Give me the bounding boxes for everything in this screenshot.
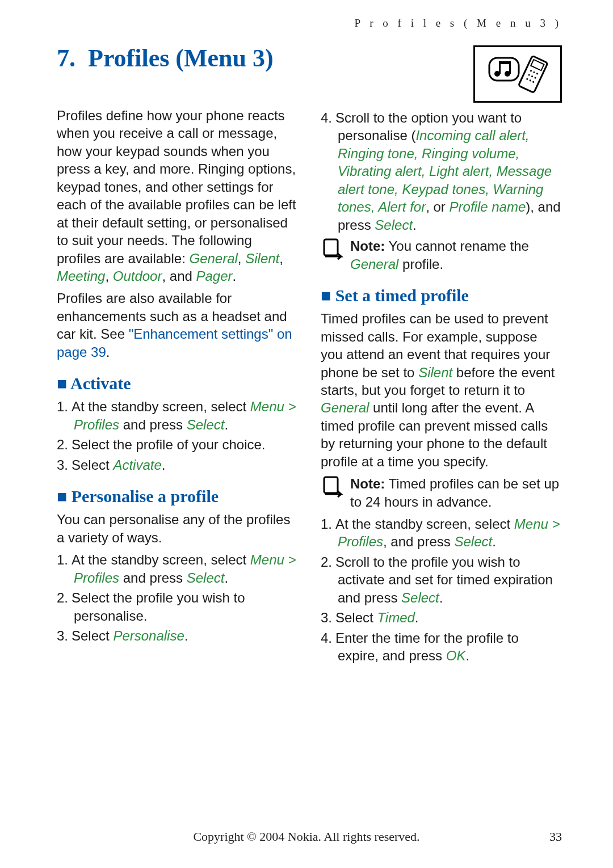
activate-heading: Activate [57, 372, 298, 394]
list-item: 1.At the standby screen, select Menu > P… [74, 398, 298, 433]
personalise-steps-cont: 4.Scroll to the option you want to perso… [321, 109, 562, 234]
timed-intro: Timed profiles can be used to prevent mi… [321, 310, 562, 470]
note-1: Note: You cannot rename the General prof… [321, 237, 562, 273]
profiles-icon [473, 45, 562, 103]
svg-rect-17 [324, 239, 338, 255]
personalise-steps: 1.At the standby screen, select Menu > P… [57, 551, 298, 644]
list-item: 3.Select Personalise. [74, 627, 298, 644]
personalise-intro: You can personalise any of the profiles … [57, 511, 298, 546]
right-column: 4.Scroll to the option you want to perso… [321, 107, 562, 668]
personalise-heading: Personalise a profile [57, 485, 298, 507]
copyright-footer: Copyright © 2004 Nokia. All rights reser… [0, 829, 613, 844]
activate-steps: 1.At the standby screen, select Menu > P… [57, 398, 298, 474]
intro-para-1: Profiles define how your phone reacts wh… [57, 107, 298, 285]
list-item: 3.Select Activate. [74, 456, 298, 474]
list-item: 3.Select Timed. [338, 609, 562, 626]
timed-steps: 1.At the standby screen, select Menu > P… [321, 515, 562, 665]
svg-rect-18 [324, 477, 338, 493]
chapter-text: Profiles (Menu 3) [88, 44, 274, 72]
left-column: Profiles define how your phone reacts wh… [57, 107, 298, 668]
columns: Profiles define how your phone reacts wh… [57, 107, 562, 668]
list-item: 1.At the standby screen, select Menu > P… [74, 551, 298, 587]
intro-para-2: Profiles are also available for enhancem… [57, 289, 298, 361]
list-item: 2.Select the profile you wish to persona… [74, 589, 298, 625]
list-item: 4.Enter the time for the profile to expi… [338, 629, 562, 665]
note-icon [321, 237, 346, 262]
chapter-number: 7. [57, 44, 75, 72]
list-item: 1.At the standby screen, select Menu > P… [338, 515, 562, 551]
list-item: 4.Scroll to the option you want to perso… [338, 109, 562, 234]
list-item: 2.Scroll to the profile you wish to acti… [338, 553, 562, 606]
note-2: Note: Timed profiles can be set up to 24… [321, 475, 562, 511]
page-number: 33 [549, 829, 562, 844]
page: P r o f i l e s ( M e n u 3 ) 7. Profile… [0, 0, 613, 868]
svg-rect-16 [499, 61, 511, 64]
note-icon [321, 475, 346, 500]
timed-heading: Set a timed profile [321, 284, 562, 306]
list-item: 2.Select the profile of your choice. [74, 436, 298, 453]
running-header: P r o f i l e s ( M e n u 3 ) [57, 17, 562, 30]
